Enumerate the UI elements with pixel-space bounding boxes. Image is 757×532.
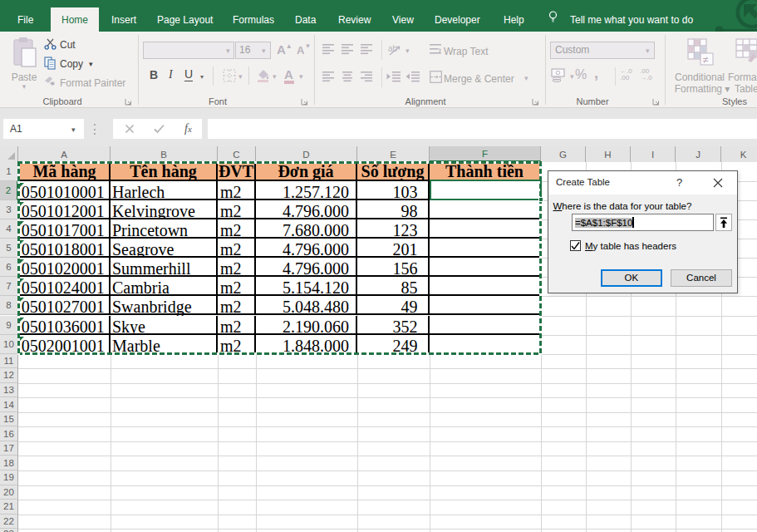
svg-text:≠: ≠ (703, 54, 709, 66)
